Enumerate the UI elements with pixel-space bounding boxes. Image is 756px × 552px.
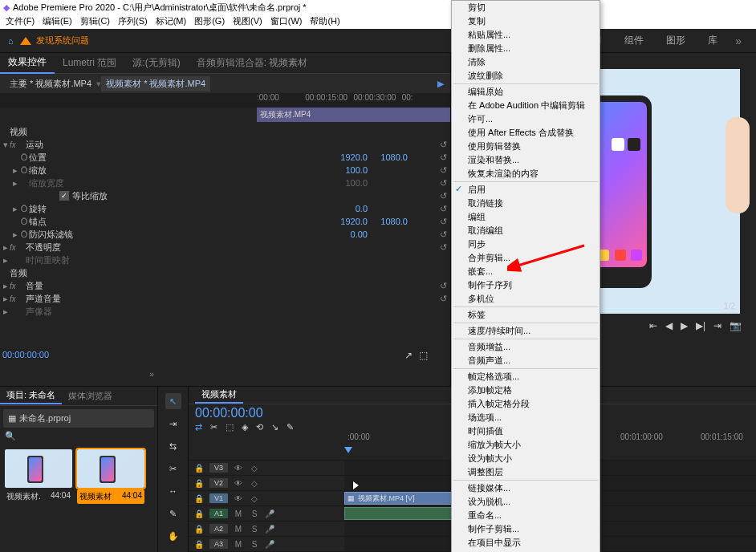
context-menu-item[interactable]: 标签: [452, 308, 600, 322]
context-menu-item[interactable]: 添加帧定格: [452, 384, 600, 397]
tab-media-browser[interactable]: 媒体浏览器: [62, 388, 119, 404]
source-timecode[interactable]: 00:00:00:00: [2, 350, 49, 359]
context-menu-item[interactable]: 渲染和替换...: [452, 153, 600, 167]
menu-item[interactable]: 标记(M): [153, 14, 189, 29]
menu-item[interactable]: 帮助(H): [307, 14, 342, 29]
menubar[interactable]: 文件(F)编辑(E)剪辑(C)序列(S)标记(M)图形(G)视图(V)窗口(W)…: [0, 14, 756, 29]
context-menu-item[interactable]: 复制: [452, 14, 600, 28]
context-menu-item[interactable]: 编组: [452, 210, 600, 224]
context-menu-item[interactable]: 使用剪辑替换: [452, 140, 600, 153]
context-menu-item[interactable]: 同步: [452, 237, 600, 251]
menu-item[interactable]: 序列(S): [116, 14, 150, 29]
context-menu-item[interactable]: 清除: [452, 55, 600, 69]
timeline-tool-icon[interactable]: ⇄: [195, 422, 202, 432]
uniform-scale-checkbox[interactable]: ✓: [59, 191, 69, 201]
tool-razor[interactable]: ✂: [165, 461, 181, 477]
timeline-tool-icon[interactable]: ✂: [210, 422, 217, 432]
export-frame-icon[interactable]: 📷: [730, 320, 742, 331]
context-menu-item[interactable]: 波纹删除: [452, 69, 600, 83]
step-back-icon[interactable]: ◀: [665, 320, 673, 331]
home-icon[interactable]: ⌂: [8, 36, 14, 46]
tool-track-select[interactable]: ⇥: [165, 416, 181, 432]
tab-project[interactable]: 项目: 未命名: [0, 388, 62, 404]
context-menu-item[interactable]: 粘贴属性...: [452, 28, 600, 42]
context-menu-item[interactable]: 音频声道...: [452, 354, 600, 367]
context-menu-item[interactable]: 调整图层: [452, 465, 600, 479]
menu-item[interactable]: 文件(F): [3, 14, 37, 29]
menu-item[interactable]: 视图(V): [230, 14, 265, 29]
context-menu-item[interactable]: 制作子序列: [452, 278, 600, 292]
context-menu-item[interactable]: 取消编组: [452, 224, 600, 237]
context-menu-item[interactable]: 多机位: [452, 292, 600, 306]
context-menu-item[interactable]: 时间插值: [452, 424, 600, 438]
context-menu-item[interactable]: 合并剪辑...: [452, 251, 600, 265]
timeline-tool-icon[interactable]: ↘: [271, 422, 278, 432]
goto-out-icon[interactable]: ⇥: [713, 320, 721, 331]
bin-item[interactable]: 视频素材44:04: [77, 449, 144, 504]
context-menu-item[interactable]: 插入帧定格分段: [452, 397, 600, 411]
lock-icon[interactable]: 🔒: [193, 464, 205, 473]
context-menu-item[interactable]: ✓启用: [452, 183, 600, 197]
tab-source[interactable]: 源:(无剪辑): [124, 53, 188, 73]
tab-graphics[interactable]: 图形: [655, 30, 697, 51]
project-file[interactable]: ▦ 未命名.prproj: [3, 409, 154, 428]
system-warning[interactable]: 发现系统问题: [20, 34, 89, 47]
menu-item[interactable]: 图形(G): [192, 14, 227, 29]
tab-assembly[interactable]: 组件: [613, 30, 655, 51]
context-menu-item[interactable]: 缩放为帧大小: [452, 438, 600, 452]
tab-lumetri-scopes[interactable]: Lumetri 范围: [55, 53, 124, 73]
timeline-tool-icon[interactable]: ⟲: [256, 422, 263, 432]
reset-icon[interactable]: ↺: [440, 140, 447, 150]
ec-ruler[interactable]: :00:0000:00:15:0000:00:30:0000:: [0, 93, 450, 108]
share-icon[interactable]: ↗: [404, 350, 413, 361]
menu-item[interactable]: 剪辑(C): [78, 14, 112, 29]
tool-pen[interactable]: ✎: [165, 505, 181, 522]
clip-context-menu[interactable]: 剪切复制粘贴属性...删除属性...清除波纹删除编辑原始在 Adobe Audi…: [451, 0, 600, 552]
context-menu-item[interactable]: 设为脱机...: [452, 495, 600, 509]
context-menu-item[interactable]: 使用 After Effects 合成替换: [452, 126, 600, 140]
context-menu-item[interactable]: 恢复未渲染的内容: [452, 167, 600, 181]
tool-ripple[interactable]: ⇆: [165, 438, 181, 454]
tab-effect-controls[interactable]: 效果控件: [0, 52, 55, 74]
context-menu-item[interactable]: 场选项...: [452, 411, 600, 424]
video-clip[interactable]: ▦视频素材.MP4 [V]: [344, 492, 457, 505]
play-icon[interactable]: ▶: [681, 320, 688, 331]
context-menu-item[interactable]: 在项目中显示: [452, 536, 600, 550]
menu-item[interactable]: 编辑(E): [40, 14, 75, 29]
tab-audio-mixer[interactable]: 音频剪辑混合器: 视频素材: [189, 53, 316, 73]
tool-hand[interactable]: ✋: [165, 528, 181, 544]
context-menu-item[interactable]: 编辑原始: [452, 85, 600, 99]
search-icon[interactable]: 🔍: [0, 431, 16, 440]
playhead-icon[interactable]: [344, 447, 352, 453]
timeline-tool-icon[interactable]: ✎: [287, 422, 294, 432]
context-menu-item[interactable]: 删除属性...: [452, 42, 600, 55]
zoom-level[interactable]: 1/2: [724, 302, 735, 310]
audio-clip[interactable]: [344, 507, 457, 520]
keyframe-icon[interactable]: Ö: [19, 152, 29, 162]
tool-slip[interactable]: ↔: [165, 483, 181, 499]
menu-item[interactable]: 窗口(W): [268, 14, 305, 29]
more-tabs-icon[interactable]: »: [729, 34, 748, 47]
sequence-tab[interactable]: 视频素材: [195, 387, 243, 404]
tool-selection[interactable]: ↖: [165, 393, 181, 409]
context-menu-item[interactable]: 设为帧大小: [452, 452, 600, 465]
panel-more-icon[interactable]: »: [149, 369, 156, 379]
context-menu-item[interactable]: 制作子剪辑...: [452, 522, 600, 536]
context-menu-item[interactable]: 在 Adobe Audition 中编辑剪辑: [452, 99, 600, 112]
context-menu-item[interactable]: 嵌套...: [452, 265, 600, 278]
context-menu-item[interactable]: 速度/持续时间...: [452, 324, 600, 338]
tab-library[interactable]: 库: [697, 30, 729, 51]
context-menu-item[interactable]: 剪切: [452, 1, 600, 14]
play-icon[interactable]: ▶: [437, 79, 444, 89]
context-menu-item[interactable]: 链接媒体...: [452, 481, 600, 495]
timeline-tool-icon[interactable]: ⬚: [226, 422, 234, 432]
context-menu-item[interactable]: 帧定格选项...: [452, 370, 600, 384]
context-menu-item[interactable]: 音频增益...: [452, 340, 600, 354]
ec-clip[interactable]: 视频素材.MP4: [257, 108, 450, 122]
timeline-timecode[interactable]: 00:00:00:00: [195, 406, 263, 420]
bin-item[interactable]: 视频素材.44:04: [5, 449, 72, 504]
goto-in-icon[interactable]: ⇤: [649, 320, 657, 331]
eye-icon[interactable]: 👁: [233, 464, 244, 473]
context-menu-item[interactable]: 重命名...: [452, 509, 600, 522]
timeline-tool-icon[interactable]: ◈: [242, 422, 248, 432]
